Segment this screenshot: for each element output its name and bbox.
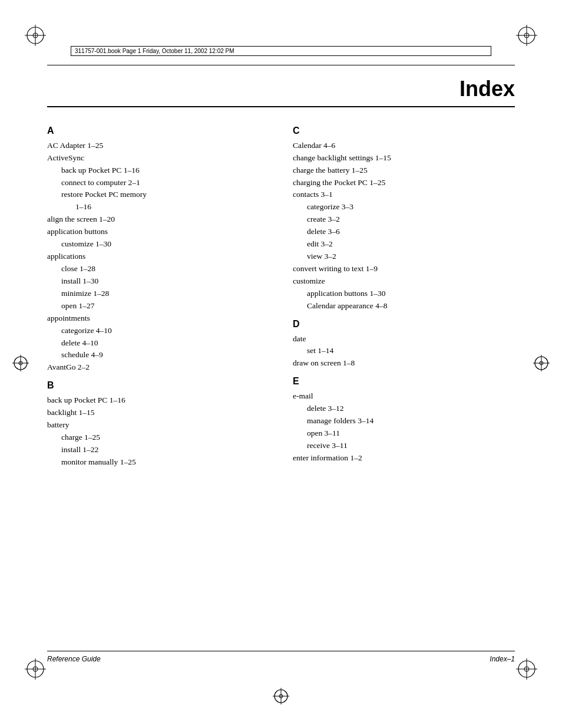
corner-mark-tl	[24, 24, 47, 47]
right-column: C Calendar 4–6 change backlight settings…	[293, 119, 515, 469]
main-content: Index A AC Adapter 1–25 ActiveSync back …	[47, 77, 515, 634]
footer-right: Index–1	[490, 655, 515, 663]
entry-customize: customize	[293, 275, 515, 288]
entry-install-battery: install 1–22	[47, 444, 269, 456]
entry-applications: applications	[47, 251, 269, 263]
entry-draw: draw on screen 1–8	[293, 357, 515, 370]
entry-appointments: appointments	[47, 312, 269, 325]
file-info: 311757-001.book Page 1 Friday, October 1…	[75, 48, 234, 54]
page: 311757-001.book Page 1 Friday, October 1…	[0, 0, 562, 728]
entry-calendar: Calendar 4–6	[293, 140, 515, 152]
footer: Reference Guide Index–1	[47, 651, 515, 663]
entry-battery: battery	[47, 419, 269, 431]
side-mark-right	[533, 354, 550, 374]
entry-install-app: install 1–30	[47, 275, 269, 288]
entry-restore: restore Pocket PC memory	[47, 189, 269, 201]
page-title: Index	[47, 77, 515, 107]
side-mark-left	[12, 354, 29, 374]
entry-schedule: schedule 4–9	[47, 349, 269, 361]
footer-left: Reference Guide	[47, 655, 101, 663]
entry-backup: back up Pocket PC 1–16	[47, 164, 269, 177]
top-rule	[47, 65, 515, 65]
entry-convert-writing: convert writing to text 1–9	[293, 263, 515, 275]
entry-delete-contacts: delete 3–6	[293, 226, 515, 238]
entry-activesync: ActiveSync	[47, 152, 269, 164]
entry-minimize: minimize 1–28	[47, 288, 269, 300]
entry-restore-page: 1–16	[47, 201, 269, 213]
entry-email: e-mail	[293, 390, 515, 403]
entry-delete-appt: delete 4–10	[47, 337, 269, 350]
entry-view-contacts: view 3–2	[293, 251, 515, 263]
entry-set-date: set 1–14	[293, 345, 515, 357]
entry-open-email: open 3–11	[293, 427, 515, 440]
entry-categorize-contacts: categorize 3–3	[293, 201, 515, 213]
entry-change-backlight: change backlight settings 1–15	[293, 152, 515, 164]
bottom-center-mark	[272, 687, 290, 707]
entry-open-app: open 1–27	[47, 300, 269, 312]
entry-backlight: backlight 1–15	[47, 407, 269, 419]
entry-create-contacts: create 3–2	[293, 213, 515, 226]
entry-back-up: back up Pocket PC 1–16	[47, 394, 269, 407]
entry-app-buttons: application buttons	[47, 226, 269, 238]
entry-calendar-appearance: Calendar appearance 4–8	[293, 300, 515, 312]
entry-align-screen: align the screen 1–20	[47, 213, 269, 226]
section-letter-e: E	[293, 374, 515, 389]
entry-connect: connect to computer 2–1	[47, 177, 269, 189]
section-e: E e-mail delete 3–12 manage folders 3–14…	[293, 374, 515, 464]
entry-manage-folders: manage folders 3–14	[293, 415, 515, 427]
entry-receive-email: receive 3–11	[293, 440, 515, 452]
section-b: B back up Pocket PC 1–16 backlight 1–15 …	[47, 378, 269, 468]
section-letter-c: C	[293, 124, 515, 139]
entry-app-buttons-custom: application buttons 1–30	[293, 288, 515, 300]
entry-charge-battery-c: charge the battery 1–25	[293, 164, 515, 177]
entry-customize-buttons: customize 1–30	[47, 238, 269, 251]
section-d: D date set 1–14 draw on screen 1–8	[293, 317, 515, 370]
entry-ac-adapter: AC Adapter 1–25	[47, 140, 269, 152]
section-a: A AC Adapter 1–25 ActiveSync back up Poc…	[47, 124, 269, 374]
entry-enter-info: enter information 1–2	[293, 452, 515, 465]
entry-delete-email: delete 3–12	[293, 403, 515, 415]
corner-mark-bl	[24, 657, 47, 681]
section-letter-d: D	[293, 317, 515, 332]
entry-charge-battery: charge 1–25	[47, 431, 269, 444]
file-header: 311757-001.book Page 1 Friday, October 1…	[71, 46, 491, 56]
entry-categorize-appt: categorize 4–10	[47, 325, 269, 337]
corner-mark-br	[515, 657, 538, 681]
entry-contacts: contacts 3–1	[293, 189, 515, 201]
entry-close: close 1–28	[47, 263, 269, 275]
section-c: C Calendar 4–6 change backlight settings…	[293, 124, 515, 312]
entry-charging: charging the Pocket PC 1–25	[293, 177, 515, 189]
section-letter-b: B	[47, 378, 269, 393]
entry-date: date	[293, 333, 515, 345]
entry-monitor: monitor manually 1–25	[47, 456, 269, 469]
section-letter-a: A	[47, 124, 269, 139]
corner-mark-tr	[515, 24, 538, 47]
index-columns: A AC Adapter 1–25 ActiveSync back up Poc…	[47, 119, 515, 469]
entry-edit-contacts: edit 3–2	[293, 238, 515, 251]
left-column: A AC Adapter 1–25 ActiveSync back up Poc…	[47, 119, 269, 469]
entry-avantgo: AvantGo 2–2	[47, 361, 269, 374]
